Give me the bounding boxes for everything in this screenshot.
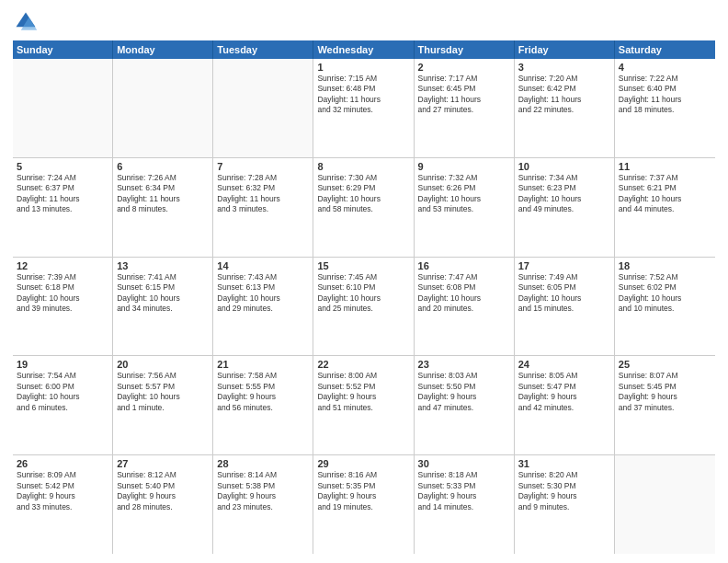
day-number: 13 [117,260,209,271]
calendar-cell [213,59,313,157]
day-number: 12 [17,260,108,271]
cell-text: Sunrise: 7:47 AM Sunset: 6:08 PM Dayligh… [418,272,510,315]
header-cell-wednesday: Wednesday [313,40,414,59]
cell-text: Sunrise: 7:43 AM Sunset: 6:13 PM Dayligh… [217,272,309,315]
cell-text: Sunrise: 7:26 AM Sunset: 6:34 PM Dayligh… [117,173,209,215]
calendar-cell [113,59,213,157]
day-number: 8 [317,161,409,172]
cell-text: Sunrise: 7:41 AM Sunset: 6:15 PM Dayligh… [117,272,209,315]
calendar-cell: 26Sunrise: 8:09 AM Sunset: 5:42 PM Dayli… [13,455,113,554]
day-number: 11 [619,161,711,172]
day-number: 14 [217,260,309,271]
calendar-cell: 8Sunrise: 7:30 AM Sunset: 6:29 PM Daylig… [313,158,414,257]
header-cell-tuesday: Tuesday [213,40,313,59]
day-number: 27 [117,458,209,469]
cell-text: Sunrise: 7:52 AM Sunset: 6:02 PM Dayligh… [619,272,711,315]
calendar-cell: 4Sunrise: 7:22 AM Sunset: 6:40 PM Daylig… [615,59,715,157]
day-number: 30 [418,458,510,469]
day-number: 18 [619,260,711,271]
page: SundayMondayTuesdayWednesdayThursdayFrid… [0,0,728,563]
cell-text: Sunrise: 8:09 AM Sunset: 5:42 PM Dayligh… [17,470,108,512]
cell-text: Sunrise: 8:20 AM Sunset: 5:30 PM Dayligh… [518,470,610,512]
cell-text: Sunrise: 8:12 AM Sunset: 5:40 PM Dayligh… [117,470,209,512]
cell-text: Sunrise: 7:28 AM Sunset: 6:32 PM Dayligh… [217,173,309,215]
header-cell-sunday: Sunday [13,40,113,59]
calendar-cell: 7Sunrise: 7:28 AM Sunset: 6:32 PM Daylig… [213,158,313,257]
day-number: 4 [619,62,711,73]
calendar-cell: 29Sunrise: 8:16 AM Sunset: 5:35 PM Dayli… [313,455,414,554]
cell-text: Sunrise: 7:30 AM Sunset: 6:29 PM Dayligh… [317,173,409,215]
calendar-cell: 9Sunrise: 7:32 AM Sunset: 6:26 PM Daylig… [415,158,515,257]
calendar-cell: 22Sunrise: 8:00 AM Sunset: 5:52 PM Dayli… [313,356,414,454]
header-cell-monday: Monday [113,40,213,59]
cell-text: Sunrise: 7:22 AM Sunset: 6:40 PM Dayligh… [619,74,711,116]
day-number: 10 [518,161,610,172]
calendar-cell: 14Sunrise: 7:43 AM Sunset: 6:13 PM Dayli… [213,258,313,356]
day-number: 25 [619,359,711,370]
cell-text: Sunrise: 7:15 AM Sunset: 6:48 PM Dayligh… [317,74,409,116]
calendar-cell: 1Sunrise: 7:15 AM Sunset: 6:48 PM Daylig… [313,59,414,157]
day-number: 24 [518,359,610,370]
header-cell-friday: Friday [515,40,615,59]
calendar-row-0: 1Sunrise: 7:15 AM Sunset: 6:48 PM Daylig… [13,59,715,158]
calendar-cell: 3Sunrise: 7:20 AM Sunset: 6:42 PM Daylig… [515,59,615,157]
calendar-body: 1Sunrise: 7:15 AM Sunset: 6:48 PM Daylig… [13,59,715,554]
day-number: 26 [17,458,108,469]
calendar-cell: 11Sunrise: 7:37 AM Sunset: 6:21 PM Dayli… [615,158,715,257]
cell-text: Sunrise: 7:37 AM Sunset: 6:21 PM Dayligh… [619,173,711,215]
calendar-cell: 5Sunrise: 7:24 AM Sunset: 6:37 PM Daylig… [13,158,113,257]
day-number: 6 [117,161,209,172]
cell-text: Sunrise: 7:17 AM Sunset: 6:45 PM Dayligh… [418,74,510,116]
day-number: 7 [217,161,309,172]
calendar-cell: 13Sunrise: 7:41 AM Sunset: 6:15 PM Dayli… [113,258,213,356]
calendar-cell: 16Sunrise: 7:47 AM Sunset: 6:08 PM Dayli… [415,258,515,356]
header-cell-saturday: Saturday [615,40,715,59]
day-number: 16 [418,260,510,271]
calendar-row-1: 5Sunrise: 7:24 AM Sunset: 6:37 PM Daylig… [13,158,715,258]
calendar-row-2: 12Sunrise: 7:39 AM Sunset: 6:18 PM Dayli… [13,258,715,357]
calendar-cell: 19Sunrise: 7:54 AM Sunset: 6:00 PM Dayli… [13,356,113,454]
logo-icon [13,9,39,35]
calendar-cell: 30Sunrise: 8:18 AM Sunset: 5:33 PM Dayli… [415,455,515,554]
day-number: 19 [17,359,108,370]
calendar-cell: 31Sunrise: 8:20 AM Sunset: 5:30 PM Dayli… [515,455,615,554]
day-number: 22 [317,359,409,370]
day-number: 31 [518,458,610,469]
day-number: 2 [418,62,510,73]
cell-text: Sunrise: 7:56 AM Sunset: 5:57 PM Dayligh… [117,371,209,413]
cell-text: Sunrise: 7:24 AM Sunset: 6:37 PM Dayligh… [17,173,108,215]
logo [13,9,42,35]
cell-text: Sunrise: 7:49 AM Sunset: 6:05 PM Dayligh… [518,272,610,315]
calendar-cell: 20Sunrise: 7:56 AM Sunset: 5:57 PM Dayli… [113,356,213,454]
day-number: 23 [418,359,510,370]
day-number: 1 [317,62,409,73]
day-number: 3 [518,62,610,73]
header-cell-thursday: Thursday [415,40,515,59]
cell-text: Sunrise: 7:34 AM Sunset: 6:23 PM Dayligh… [518,173,610,215]
calendar-cell: 18Sunrise: 7:52 AM Sunset: 6:02 PM Dayli… [615,258,715,356]
calendar-row-3: 19Sunrise: 7:54 AM Sunset: 6:00 PM Dayli… [13,356,715,455]
cell-text: Sunrise: 8:18 AM Sunset: 5:33 PM Dayligh… [418,470,510,512]
calendar-cell: 25Sunrise: 8:07 AM Sunset: 5:45 PM Dayli… [615,356,715,454]
calendar-cell: 24Sunrise: 8:05 AM Sunset: 5:47 PM Dayli… [515,356,615,454]
calendar: SundayMondayTuesdayWednesdayThursdayFrid… [13,40,715,554]
cell-text: Sunrise: 7:45 AM Sunset: 6:10 PM Dayligh… [317,272,409,315]
cell-text: Sunrise: 8:03 AM Sunset: 5:50 PM Dayligh… [418,371,510,413]
cell-text: Sunrise: 8:00 AM Sunset: 5:52 PM Dayligh… [317,371,409,413]
cell-text: Sunrise: 7:20 AM Sunset: 6:42 PM Dayligh… [518,74,610,116]
day-number: 20 [117,359,209,370]
calendar-cell: 12Sunrise: 7:39 AM Sunset: 6:18 PM Dayli… [13,258,113,356]
cell-text: Sunrise: 8:05 AM Sunset: 5:47 PM Dayligh… [518,371,610,413]
calendar-cell: 6Sunrise: 7:26 AM Sunset: 6:34 PM Daylig… [113,158,213,257]
day-number: 5 [17,161,108,172]
day-number: 17 [518,260,610,271]
calendar-row-4: 26Sunrise: 8:09 AM Sunset: 5:42 PM Dayli… [13,455,715,554]
calendar-cell [615,455,715,554]
calendar-cell: 15Sunrise: 7:45 AM Sunset: 6:10 PM Dayli… [313,258,414,356]
cell-text: Sunrise: 8:07 AM Sunset: 5:45 PM Dayligh… [619,371,711,413]
cell-text: Sunrise: 8:16 AM Sunset: 5:35 PM Dayligh… [317,470,409,512]
calendar-cell: 27Sunrise: 8:12 AM Sunset: 5:40 PM Dayli… [113,455,213,554]
cell-text: Sunrise: 7:58 AM Sunset: 5:55 PM Dayligh… [217,371,309,413]
cell-text: Sunrise: 7:32 AM Sunset: 6:26 PM Dayligh… [418,173,510,215]
calendar-cell: 2Sunrise: 7:17 AM Sunset: 6:45 PM Daylig… [415,59,515,157]
